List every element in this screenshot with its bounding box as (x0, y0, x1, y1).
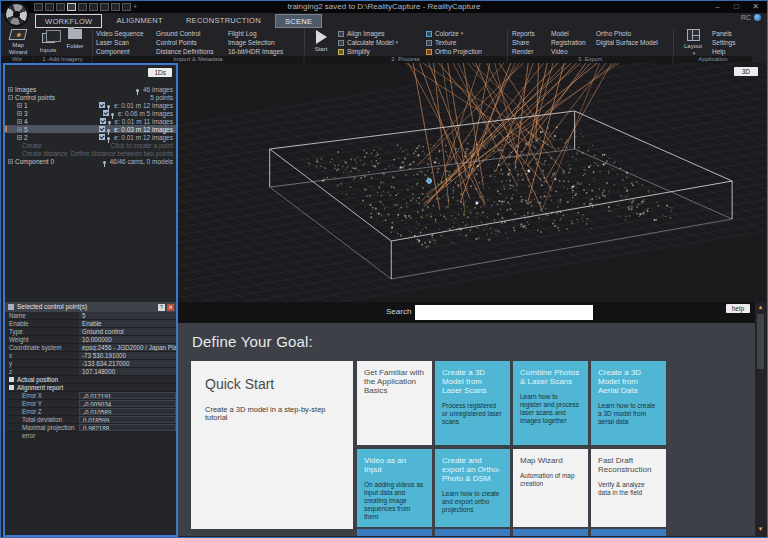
start-button[interactable]: Start (308, 28, 334, 53)
digital-surface-model-button[interactable]: Digital Surface Model (596, 38, 672, 47)
goal-tile-partial[interactable] (513, 529, 588, 536)
control-points-button[interactable]: Control Points (156, 38, 226, 47)
registration-button[interactable]: Registration (551, 38, 593, 47)
goal-tile-ortho-photo-dsm[interactable]: Create and export an Ortho-Photo & DSM L… (435, 449, 510, 527)
expander-icon[interactable] (17, 111, 22, 116)
goal-tile-fast-draft[interactable]: Fast Draft Reconstruction Verify & analy… (591, 449, 666, 527)
tab-workflow[interactable]: WORKFLOW (35, 14, 102, 28)
calculate-model-button[interactable]: Calculate Model▾ (338, 38, 422, 47)
tree-row-point-1[interactable]: 1 e: 0.01 m 12 images (5, 101, 176, 109)
share-button[interactable]: Share (512, 38, 548, 47)
tab-alignment[interactable]: ALIGNMENT (107, 14, 171, 28)
prop-row-x[interactable]: x-73 530.191000 (5, 352, 176, 360)
tree-row-point-2[interactable]: 2 e: 0.01 m 12 images (5, 133, 176, 141)
laser-scan-button[interactable]: Laser Scan (96, 38, 154, 47)
maximize-button[interactable]: □ (727, 1, 746, 13)
globe-icon[interactable] (754, 14, 761, 21)
close-icon[interactable]: ✕ (167, 304, 174, 311)
scroll-thumb[interactable] (757, 314, 764, 369)
tab-scene[interactable]: SCENE (275, 14, 322, 28)
reports-button[interactable]: Reports (512, 29, 548, 38)
enable-checkbox[interactable] (99, 134, 105, 140)
scroll-up-icon[interactable]: ▲ (755, 304, 766, 310)
enable-checkbox[interactable] (103, 110, 109, 116)
distance-definitions-button[interactable]: Distance Definitions (156, 47, 226, 56)
layout-button[interactable]: Layout ▾ (678, 28, 708, 56)
prop-row-coordinate-system[interactable]: Coordinate systemepsg:2456 - JGD2000 / J… (5, 344, 176, 352)
video-sequence-button[interactable]: Video Sequence (96, 29, 154, 38)
goal-tile-laser-scans[interactable]: Create a 3D Model from Laser Scans Proce… (435, 361, 510, 445)
enable-checkbox[interactable] (99, 126, 105, 132)
ortho-photo-button[interactable]: Ortho Photo (596, 29, 672, 38)
view-mode-button[interactable]: 3D (734, 67, 758, 76)
model-button[interactable]: Model (551, 29, 593, 38)
goal-tile-quick-start[interactable]: Quick Start Create a 3D model in a step-… (191, 361, 353, 529)
3d-viewport[interactable]: 3D (178, 63, 766, 302)
search-input[interactable] (415, 305, 593, 320)
align-images-button[interactable]: Align Images (338, 29, 422, 38)
expander-icon[interactable] (17, 103, 22, 108)
tree-row-create[interactable]: Create Click to create a point (5, 141, 176, 149)
goal-tile-video-input[interactable]: Video as an Input On adding videos as in… (357, 449, 432, 527)
tree-row-point-4[interactable]: 4 e: 0.01 m 11 images (5, 117, 176, 125)
prop-row-z[interactable]: z107.148000 (5, 368, 176, 376)
prop-row-enable[interactable]: EnableEnable (5, 320, 176, 328)
component-button[interactable]: Component (96, 47, 154, 56)
tree-row-images[interactable]: Images 46 images (5, 85, 176, 93)
tree-row-control-points[interactable]: Control points 5 points (5, 93, 176, 101)
texture-button[interactable]: Texture (426, 38, 504, 47)
map-wizard-button[interactable]: Map Wizard (3, 28, 33, 55)
expander-icon[interactable] (8, 87, 13, 92)
help-icon[interactable]: ? (158, 304, 165, 311)
tree-row-create-distance[interactable]: Create distance Define distance between … (5, 149, 176, 157)
ground-control-button[interactable]: Ground Control (156, 29, 226, 38)
tab-reconstruction[interactable]: RECONSTRUCTION (177, 14, 270, 28)
image-selection-button[interactable]: Image Selection (228, 38, 302, 47)
hdr-images-button[interactable]: 16-bit/HDR Images (228, 47, 302, 56)
video-button[interactable]: Video (551, 47, 593, 56)
section-alignment-report[interactable]: Alignment report (5, 384, 176, 392)
goal-tile-map-wizard[interactable]: Map Wizard Automation of map creation (513, 449, 588, 527)
expander-icon[interactable] (17, 135, 22, 140)
goal-tile-aerial-data[interactable]: Create a 3D Model from Aerial Data Learn… (591, 361, 666, 445)
prop-row-y[interactable]: y-133 634.217000 (5, 360, 176, 368)
render-button[interactable]: Render (512, 47, 548, 56)
expander-icon[interactable] (17, 119, 22, 124)
expander-icon[interactable] (8, 159, 13, 164)
settings-button[interactable]: Settings (712, 38, 752, 47)
enable-checkbox[interactable] (99, 102, 105, 108)
close-button[interactable]: ✕ (746, 1, 765, 13)
ortho-projection-button[interactable]: Ortho Projection (426, 47, 504, 56)
minimize-button[interactable]: – (708, 1, 727, 13)
goal-tile-combine-photos[interactable]: Combine Photos & Laser Scans Learn how t… (513, 361, 588, 445)
scrollbar[interactable]: ▲ ▼ (755, 302, 766, 536)
flight-log-button[interactable]: Flight Log (228, 29, 302, 38)
panel-tab-1ds[interactable]: 1Ds (148, 68, 172, 77)
panel-tab-help[interactable]: help (726, 304, 750, 313)
section-checkbox[interactable] (9, 385, 14, 390)
help-button[interactable]: Help (712, 47, 752, 56)
realitycapture-logo[interactable] (4, 2, 29, 27)
enable-checkbox[interactable] (100, 118, 106, 124)
tree-row-component-0[interactable]: Component 0 46/46 cams, 0 models (5, 157, 176, 165)
goal-tile-partial[interactable] (591, 529, 666, 536)
section-actual-position[interactable]: Actual position (5, 376, 176, 384)
colorize-button[interactable]: Colorize▾ (426, 29, 504, 38)
expander-icon[interactable] (17, 127, 22, 132)
panels-button[interactable]: Panels (712, 29, 752, 38)
expander-icon[interactable] (8, 95, 13, 100)
section-checkbox[interactable] (9, 377, 14, 382)
goal-tile-partial[interactable] (357, 529, 432, 536)
inputs-button[interactable]: Inputs (35, 28, 61, 54)
goal-tile-partial[interactable] (435, 529, 510, 536)
simplify-button[interactable]: Simplify (338, 47, 422, 56)
panel-expander-icon[interactable] (8, 304, 14, 310)
prop-row-name[interactable]: Name5 (5, 312, 176, 320)
folder-button[interactable]: Folder (62, 28, 88, 50)
tree-row-point-3[interactable]: 3 e: 0.06 m 5 images (5, 109, 176, 117)
prop-row-type[interactable]: TypeGround control (5, 328, 176, 336)
prop-row-weight[interactable]: Weight10.000000 (5, 336, 176, 344)
goal-tile-get-familiar[interactable]: Get Familiar with the Application Basics (357, 361, 432, 445)
tree-row-point-5-selected[interactable]: 5 e: 0.03 m 12 images (5, 125, 176, 133)
scroll-down-icon[interactable]: ▼ (755, 526, 766, 532)
